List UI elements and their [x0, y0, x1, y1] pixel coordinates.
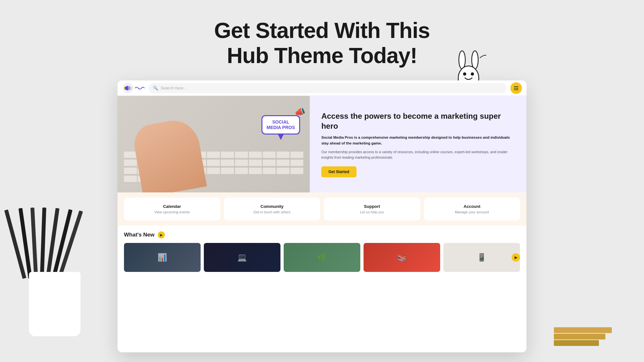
pencil-cup-decoration	[19, 227, 90, 336]
hero-image: 📣 SOCIAL MEDIA PROS	[118, 96, 310, 192]
news-grid: 📊 💻 🌿 📚 📱 ▶	[124, 243, 520, 272]
whats-new-section: What's New ▶ 📊 💻 🌿 📚 📱 ▶	[118, 226, 526, 276]
logo-icon	[122, 82, 134, 94]
logo-area	[122, 82, 145, 94]
support-subtitle: Let us help you	[329, 210, 415, 214]
main-heading: Get Started With This Hub Theme Today!	[0, 18, 644, 68]
news-next-arrow[interactable]: ▶	[512, 253, 520, 262]
speech-bubble: 📣 SOCIAL MEDIA PROS	[261, 115, 300, 135]
account-subtitle: Manage your account	[429, 210, 515, 214]
browser-window: 🔍 Search here...	[118, 80, 526, 352]
feature-card-community[interactable]: Community Get in touch with others	[224, 198, 320, 220]
calendar-title: Calendar	[129, 204, 215, 209]
hero-title: Access the powers to become a marketing …	[321, 111, 515, 131]
support-title: Support	[329, 204, 415, 209]
search-icon: 🔍	[153, 86, 158, 90]
hamburger-icon	[514, 86, 518, 90]
news-item-1[interactable]: 📊	[124, 243, 201, 272]
feature-cards-section: Calendar View upcoming events Community …	[118, 192, 526, 226]
hero-section: 📣 SOCIAL MEDIA PROS Access the powers to…	[118, 96, 526, 192]
community-title: Community	[229, 204, 315, 209]
news-item-4[interactable]: 📚	[364, 243, 440, 272]
get-started-button[interactable]: Get Started	[321, 166, 356, 177]
hero-subtitle: Social Media Pros is a comprehensive mar…	[321, 135, 515, 146]
hero-content: Access the powers to become a marketing …	[310, 96, 526, 192]
svg-rect-9	[124, 87, 125, 89]
menu-button[interactable]	[510, 82, 522, 94]
calendar-subtitle: View upcoming events	[129, 210, 215, 214]
news-item-2[interactable]: 💻	[204, 243, 280, 272]
svg-point-4	[471, 72, 474, 76]
search-placeholder: Search here...	[161, 86, 187, 90]
svg-point-3	[463, 72, 466, 76]
hero-description: Our membership provides access to a vari…	[321, 149, 515, 161]
svg-point-1	[472, 51, 478, 69]
news-item-5[interactable]: 📱 ▶	[443, 243, 520, 272]
book-stack-decoration	[554, 327, 612, 346]
heading-line2: Hub Theme Today!	[227, 43, 417, 68]
community-subtitle: Get in touch with others	[229, 210, 315, 214]
search-bar[interactable]: 🔍 Search here...	[148, 83, 507, 93]
news-item-3[interactable]: 🌿	[284, 243, 360, 272]
feature-card-account[interactable]: Account Manage your account	[424, 198, 520, 220]
whats-new-arrow-button[interactable]: ▶	[158, 231, 165, 238]
heading-line1: Get Started With This	[214, 18, 430, 42]
account-title: Account	[429, 204, 515, 209]
feature-card-support[interactable]: Support Let us help you	[324, 198, 420, 220]
whats-new-title: What's New	[124, 232, 155, 238]
bubble-text: SOCIAL MEDIA PROS	[266, 119, 296, 130]
svg-point-0	[459, 51, 465, 69]
bubble-megaphone-icon: 📣	[294, 107, 306, 117]
browser-toolbar: 🔍 Search here...	[118, 80, 526, 96]
wave-deco	[135, 86, 145, 90]
feature-card-calendar[interactable]: Calendar View upcoming events	[124, 198, 220, 220]
whats-new-header: What's New ▶	[124, 231, 520, 238]
